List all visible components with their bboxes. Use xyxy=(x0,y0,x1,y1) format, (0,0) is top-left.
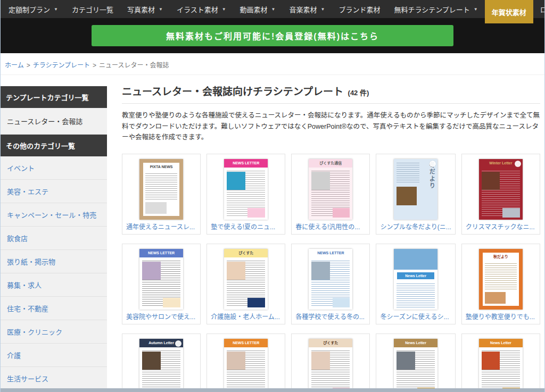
thumbnail-photo-block xyxy=(227,172,245,190)
template-card[interactable]: Autumn Letter xyxy=(122,333,201,392)
chevron-down-icon: ▼ xyxy=(474,7,478,12)
template-card[interactable]: NEWS LETTER xyxy=(207,333,285,392)
thumbnail-photo-block xyxy=(311,352,329,370)
nav-item-label: 写真素材 xyxy=(127,4,155,14)
thumbnail-title: ぴくすた xyxy=(309,339,352,347)
volume-badge xyxy=(175,340,181,347)
nav-item-label: 動画素材 xyxy=(240,4,268,14)
nav-item-label: 無料チラシテンプレート xyxy=(394,4,469,14)
thumbnail-photo-block xyxy=(311,262,329,280)
thumbnail-photo-block xyxy=(482,352,500,370)
thumbnail-paper: PIXTA NEWS xyxy=(143,163,179,216)
template-card[interactable]: NEWS LETTER塾で使える!夏のニュ... xyxy=(207,154,285,235)
sidebar-category-link[interactable]: 介護 xyxy=(1,344,107,366)
horizontal-scrollbar[interactable] xyxy=(1,388,544,392)
thumbnail-title: PIXTA NEWS xyxy=(143,163,179,171)
template-card[interactable]: News Letter xyxy=(461,333,540,392)
sidebar-category-link[interactable]: 住宅・不動産 xyxy=(1,297,107,320)
sidebar-category-link[interactable]: 飲食店 xyxy=(1,227,107,249)
sidebar-section-title-other: その他のカテゴリ一覧 xyxy=(1,135,107,156)
thumbnail-photo-block xyxy=(227,262,245,280)
thumbnail-wrap: Winter Letter xyxy=(465,157,537,222)
template-card[interactable]: ぴくすた xyxy=(291,333,370,392)
template-caption-link[interactable]: 美容院やサロンで使え... xyxy=(125,312,197,322)
thumbnail-title: NEWS LETTER xyxy=(309,249,352,257)
template-caption-link[interactable]: 冬シーズンに使えるシ... xyxy=(379,312,452,322)
thumbnail-photo-block xyxy=(394,249,437,270)
thumbnail-wrap: News Letter xyxy=(379,337,452,392)
thumbnail-text-lines xyxy=(145,173,177,200)
sidebar-category-link[interactable]: 募集・求人 xyxy=(1,273,107,296)
nav-item[interactable]: 年賀状素材 xyxy=(485,0,533,23)
thumbnail-wrap: 秋だより xyxy=(465,247,537,312)
sidebar-category-link[interactable]: キャンペーン・セール・特売 xyxy=(1,203,107,226)
template-thumbnail: NEWS LETTER xyxy=(224,339,268,392)
template-caption-link[interactable]: シンプルな冬だより(ニ... xyxy=(379,222,452,232)
template-thumbnail: 冬だより xyxy=(394,159,437,220)
signup-cta-button[interactable]: 無料素材もご利用可能に!会員登録(無料)はこちら xyxy=(92,25,453,46)
thumbnail-wrap: ぴくすた通信 xyxy=(294,157,367,222)
template-card[interactable]: NEWS LETTER各種学校で使える冬の... xyxy=(291,244,370,324)
template-caption-link[interactable]: 介護施設・老人ホーム... xyxy=(210,312,282,322)
sidebar-category-row: 介護 xyxy=(1,344,107,367)
sidebar-category-row: 医療・クリニック xyxy=(1,320,107,344)
breadcrumb-separator: > xyxy=(93,62,96,69)
nav-item[interactable]: 定額制プラン▼ xyxy=(2,0,65,18)
template-card[interactable]: News Letter冬シーズンに使えるシ... xyxy=(376,244,455,324)
sidebar-category-row: 募集・求人 xyxy=(1,273,107,297)
sidebar-category-link[interactable]: 美容・エステ xyxy=(1,180,107,203)
chevron-down-icon: ▼ xyxy=(222,7,226,12)
sidebar-category-link[interactable]: 生活サービス xyxy=(1,367,107,390)
template-card[interactable]: Winter Letterクリスマスチックなニ... xyxy=(461,154,540,235)
breadcrumb-current: ニュースレター・会報誌 xyxy=(99,62,169,69)
template-card[interactable]: News Letter xyxy=(376,333,455,392)
thumbnail-wrap: 冬だより xyxy=(379,157,452,222)
template-caption-link[interactable]: クリスマスチックなニ... xyxy=(465,222,537,232)
nav-item[interactable]: ブランド素材 xyxy=(332,0,387,18)
breadcrumb-link[interactable]: ホーム xyxy=(5,62,24,69)
template-caption-link[interactable]: 通年使えるニュースレ... xyxy=(125,222,197,232)
template-caption-link[interactable]: 塾で使える!夏のニュ... xyxy=(210,222,282,232)
thumbnail-wrap: ぴくすた xyxy=(294,337,367,392)
nav-item[interactable]: カテゴリ一覧 xyxy=(65,0,120,18)
template-caption-link[interactable]: 春に使える!汎用性の... xyxy=(294,222,367,232)
thumbnail-photo-block xyxy=(311,172,329,190)
template-thumbnail: Autumn Letter xyxy=(139,339,183,392)
template-card[interactable]: PIXTA NEWS通年使えるニュースレ... xyxy=(122,154,201,235)
title-row: ニュースレター・会報誌向けチラシテンプレート (42 件) xyxy=(122,84,540,104)
nav-item[interactable]: 動画素材▼ xyxy=(233,0,283,18)
thumbnail-title: News Letter xyxy=(397,272,435,279)
sidebar-category-link[interactable]: 張り紙・掲示物 xyxy=(1,250,107,273)
nav-item[interactable]: 無料チラシテンプレート▼ xyxy=(387,0,484,18)
template-card[interactable]: 秋だより塾便りや教室便りでも... xyxy=(461,244,540,324)
thumbnail-paper: 秋だより xyxy=(483,253,519,306)
nav-item[interactable]: イラスト素材▼ xyxy=(170,0,233,18)
thumbnail-wrap: PIXTA NEWS xyxy=(125,157,197,222)
thumbnail-wrap: ぴくすた xyxy=(210,247,282,312)
sidebar-item-newsletter-current[interactable]: ニュースレター・会報誌 xyxy=(1,108,107,135)
template-card[interactable]: 冬だよりシンプルな冬だより(ニ... xyxy=(376,154,455,235)
template-card[interactable]: ぴくすた通信春に使える!汎用性の... xyxy=(291,154,370,235)
nav-item[interactable]: 写真素材▼ xyxy=(120,0,170,18)
login-link[interactable]: ログイン xyxy=(533,0,545,18)
breadcrumb-link[interactable]: チラシテンプレート xyxy=(33,62,90,69)
thumbnail-wrap: NEWS LETTER xyxy=(210,157,282,222)
template-thumbnail: NEWS LETTER xyxy=(224,159,268,220)
volume-badge xyxy=(515,161,521,167)
template-card[interactable]: ぴくすた介護施設・老人ホーム... xyxy=(207,244,285,324)
thumbnail-photo-block xyxy=(145,202,166,214)
template-caption-link[interactable]: 塾便りや教室便りでも... xyxy=(465,312,537,322)
template-thumbnail: PIXTA NEWS xyxy=(139,159,183,220)
thumbnail-photo-block xyxy=(142,262,160,280)
template-caption-link[interactable]: 各種学校で使える冬の... xyxy=(294,312,367,322)
template-thumbnail: NEWS LETTER xyxy=(139,249,183,310)
nav-item[interactable]: 音楽素材▼ xyxy=(283,0,332,18)
thumbnail-wrap: News Letter xyxy=(465,337,537,392)
breadcrumb-separator: > xyxy=(27,62,30,69)
content-area: テンプレートカテゴリ一覧 ニュースレター・会報誌 その他のカテゴリ一覧 イベント… xyxy=(1,75,544,392)
sidebar-category-link[interactable]: 医療・クリニック xyxy=(1,320,107,343)
thumbnail-accent-block xyxy=(333,298,350,307)
template-card[interactable]: NEWS LETTER美容院やサロンで使え... xyxy=(122,244,201,324)
sidebar-category-link[interactable]: イベント xyxy=(1,156,107,179)
thumbnail-wrap: NEWS LETTER xyxy=(125,247,197,312)
